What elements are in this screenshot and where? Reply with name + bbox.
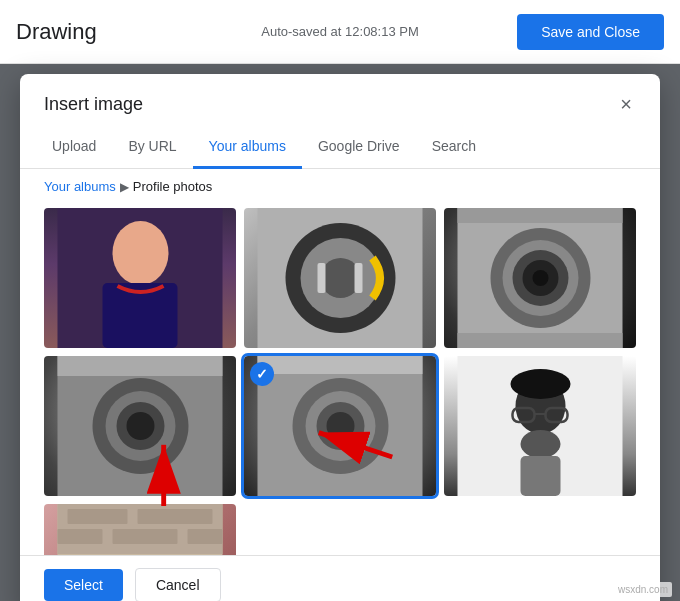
svg-rect-7	[318, 263, 326, 293]
svg-rect-22	[58, 356, 223, 376]
select-button[interactable]: Select	[44, 569, 123, 601]
svg-rect-41	[58, 529, 103, 544]
image-item-1[interactable]	[44, 208, 236, 348]
breadcrumb-separator: ▶	[120, 180, 129, 194]
image-item-4[interactable]	[44, 356, 236, 496]
image-item-3[interactable]	[444, 208, 636, 348]
image-item-2[interactable]	[244, 208, 436, 348]
breadcrumb-parent[interactable]: Your albums	[44, 179, 116, 194]
autosave-status: Auto-saved at 12:08:13 PM	[261, 24, 419, 39]
insert-image-dialog: Insert image × Upload By URL Your albums…	[20, 74, 660, 601]
svg-point-21	[127, 412, 155, 440]
top-bar: Drawing Auto-saved at 12:08:13 PM Save a…	[0, 0, 680, 64]
tab-your-albums[interactable]: Your albums	[193, 126, 302, 169]
image-item-6[interactable]	[444, 356, 636, 496]
svg-rect-28	[258, 356, 423, 374]
svg-rect-15	[458, 208, 623, 223]
image-item-7[interactable]	[44, 504, 236, 555]
dialog-close-button[interactable]: ×	[616, 90, 636, 118]
tab-by-url[interactable]: By URL	[112, 126, 192, 169]
svg-rect-8	[355, 263, 363, 293]
dialog-footer: Select Cancel	[20, 555, 660, 601]
svg-rect-39	[68, 509, 128, 524]
tab-google-drive[interactable]: Google Drive	[302, 126, 416, 169]
tab-upload[interactable]: Upload	[36, 126, 112, 169]
cancel-button[interactable]: Cancel	[135, 568, 221, 601]
breadcrumb-current: Profile photos	[133, 179, 213, 194]
svg-rect-40	[138, 509, 213, 524]
svg-point-31	[511, 369, 571, 399]
svg-point-35	[521, 430, 561, 458]
breadcrumb: Your albums ▶ Profile photos	[20, 169, 660, 204]
image-item-5[interactable]	[244, 356, 436, 496]
modal-overlay: Insert image × Upload By URL Your albums…	[0, 64, 680, 601]
image-grid	[44, 204, 636, 555]
svg-point-1	[113, 221, 169, 285]
selected-checkmark	[250, 362, 274, 386]
watermark: wsxdn.com	[614, 582, 672, 597]
svg-rect-36	[521, 456, 561, 496]
dialog-tabs: Upload By URL Your albums Google Drive S…	[20, 126, 660, 169]
dialog-title: Insert image	[44, 94, 143, 115]
svg-rect-42	[113, 529, 178, 544]
image-grid-container[interactable]	[20, 204, 660, 555]
app-title: Drawing	[16, 19, 97, 45]
svg-point-14	[533, 270, 549, 286]
tab-search[interactable]: Search	[416, 126, 492, 169]
svg-rect-43	[188, 529, 223, 544]
svg-rect-16	[458, 333, 623, 348]
dialog-header: Insert image ×	[20, 74, 660, 118]
svg-point-27	[327, 412, 355, 440]
save-close-button[interactable]: Save and Close	[517, 14, 664, 50]
